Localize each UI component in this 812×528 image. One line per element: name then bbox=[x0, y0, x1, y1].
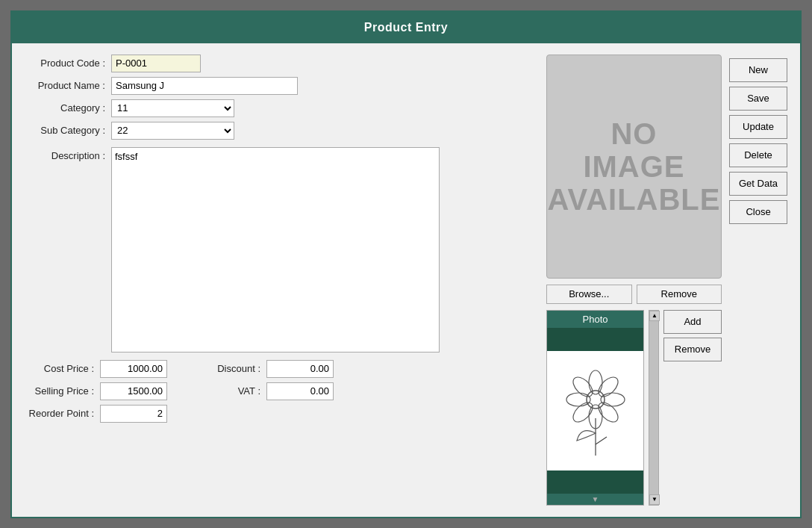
product-entry-window: Product Entry Product Code : Product Nam… bbox=[10, 10, 802, 518]
svg-line-10 bbox=[596, 437, 607, 444]
product-name-input[interactable] bbox=[111, 77, 298, 95]
window-title: Product Entry bbox=[364, 21, 448, 34]
no-image-line1: NO bbox=[548, 117, 721, 150]
product-code-input[interactable] bbox=[111, 55, 201, 72]
photo-table-header: Photo bbox=[547, 311, 643, 329]
category-select[interactable]: 11 bbox=[111, 99, 234, 117]
browse-button[interactable]: Browse... bbox=[546, 285, 632, 304]
no-image-line3: AVAILABLE bbox=[548, 183, 721, 216]
selling-price-input[interactable] bbox=[100, 382, 167, 400]
description-row: Description : fsfssf bbox=[23, 147, 539, 352]
subcategory-select[interactable]: 22 bbox=[111, 122, 234, 140]
scroll-up-icon[interactable]: ▲ bbox=[649, 311, 660, 321]
photo-remove-button[interactable]: Remove bbox=[663, 338, 722, 361]
image-remove-button[interactable]: Remove bbox=[637, 285, 722, 304]
reorder-point-label: Reorder Point : bbox=[23, 408, 94, 419]
form-section: Product Code : Product Name : Category :… bbox=[23, 55, 539, 352]
no-image-box: NO IMAGE AVAILABLE bbox=[546, 55, 722, 279]
photo-table-container: Photo bbox=[546, 310, 722, 506]
subcategory-row: Sub Category : 22 bbox=[23, 122, 539, 140]
product-name-label: Product Name : bbox=[23, 80, 105, 91]
no-image-text: NO IMAGE AVAILABLE bbox=[548, 117, 721, 216]
vat-input[interactable] bbox=[266, 382, 334, 400]
selling-price-row: Selling Price : bbox=[23, 382, 167, 400]
price-right-col: Discount : VAT : bbox=[190, 360, 334, 423]
photo-table-body bbox=[547, 329, 643, 493]
side-buttons-panel: New Save Update Delete Get Data Close bbox=[729, 55, 789, 506]
delete-button[interactable]: Delete bbox=[729, 143, 787, 167]
photo-scrollbar[interactable]: ▲ ▼ bbox=[649, 310, 659, 506]
close-button[interactable]: Close bbox=[729, 200, 787, 224]
photo-scroll-down-icon[interactable]: ▼ bbox=[592, 495, 599, 503]
get-data-button[interactable]: Get Data bbox=[729, 172, 787, 196]
svg-point-9 bbox=[595, 399, 621, 425]
photo-action-buttons: Add Remove bbox=[663, 310, 722, 506]
description-textarea[interactable]: fsfssf bbox=[111, 147, 440, 352]
product-code-row: Product Code : bbox=[23, 55, 539, 72]
main-panel: Product Code : Product Name : Category :… bbox=[23, 55, 539, 506]
photo-item[interactable] bbox=[547, 351, 643, 470]
vat-label: VAT : bbox=[190, 385, 260, 397]
product-code-label: Product Code : bbox=[23, 58, 105, 69]
category-row: Category : 11 bbox=[23, 99, 539, 117]
image-panel: NO IMAGE AVAILABLE Browse... Remove Phot… bbox=[546, 55, 722, 506]
subcategory-label: Sub Category : bbox=[23, 125, 105, 136]
scroll-down-icon[interactable]: ▼ bbox=[649, 494, 660, 505]
no-image-line2: IMAGE bbox=[548, 150, 721, 183]
price-section: Cost Price : Selling Price : Reorder Poi… bbox=[23, 360, 539, 423]
cost-price-label: Cost Price : bbox=[23, 363, 94, 374]
photo-table: Photo bbox=[546, 310, 644, 506]
svg-point-6 bbox=[569, 373, 596, 400]
title-bar: Product Entry bbox=[12, 12, 800, 43]
discount-input[interactable] bbox=[266, 360, 334, 378]
cost-price-row: Cost Price : bbox=[23, 360, 167, 378]
svg-point-1 bbox=[587, 391, 605, 409]
category-label: Category : bbox=[23, 102, 105, 114]
reorder-point-row: Reorder Point : bbox=[23, 405, 167, 423]
vat-row: VAT : bbox=[190, 382, 334, 400]
update-button[interactable]: Update bbox=[729, 115, 787, 139]
svg-point-7 bbox=[595, 373, 621, 400]
product-name-row: Product Name : bbox=[23, 77, 539, 95]
svg-point-8 bbox=[569, 399, 596, 425]
discount-label: Discount : bbox=[190, 363, 260, 374]
new-button[interactable]: New bbox=[729, 58, 787, 82]
photo-sketch-icon bbox=[555, 358, 637, 463]
photo-add-button[interactable]: Add bbox=[663, 310, 722, 334]
image-buttons: Browse... Remove bbox=[546, 285, 722, 304]
cost-price-input[interactable] bbox=[100, 360, 167, 378]
selling-price-label: Selling Price : bbox=[23, 385, 94, 397]
discount-row: Discount : bbox=[190, 360, 334, 378]
reorder-point-input[interactable] bbox=[100, 405, 167, 423]
save-button[interactable]: Save bbox=[729, 87, 787, 111]
description-label: Description : bbox=[23, 147, 105, 161]
price-left-col: Cost Price : Selling Price : Reorder Poi… bbox=[23, 360, 167, 423]
